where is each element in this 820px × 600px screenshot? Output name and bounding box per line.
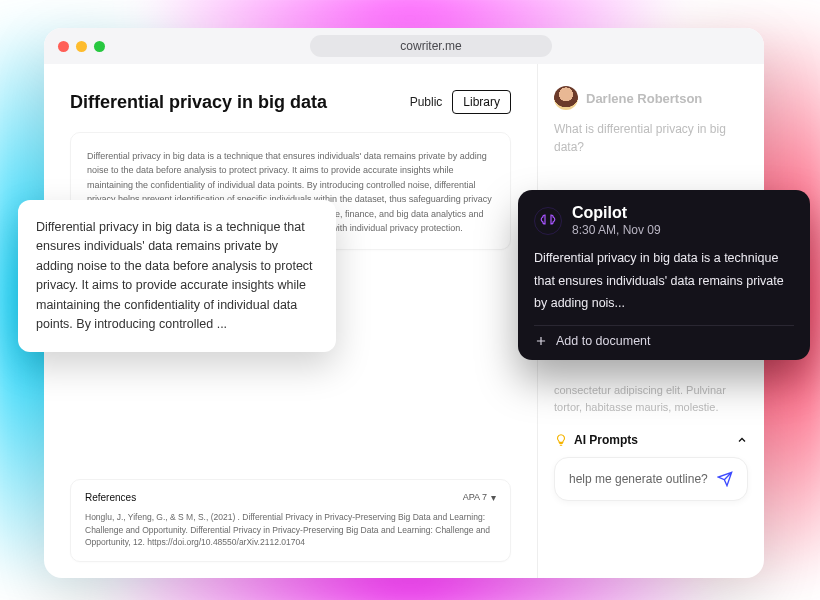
editor-header: Differential privacy in big data Public … xyxy=(70,90,511,114)
copilot-name: Copilot xyxy=(572,204,661,222)
copilot-header: Copilot 8:30 AM, Nov 09 xyxy=(534,204,794,237)
reference-style-label: APA 7 xyxy=(463,492,487,502)
user-message: What is differential privacy in big data… xyxy=(554,120,748,156)
plus-icon xyxy=(534,334,548,348)
ai-prompts-header[interactable]: AI Prompts xyxy=(554,433,748,447)
references-card: References APA 7 ▾ Honglu, J., Yifeng, G… xyxy=(70,479,511,562)
chevron-up-icon xyxy=(736,434,748,446)
send-icon[interactable] xyxy=(717,471,733,487)
avatar xyxy=(554,86,578,110)
reference-entry: Honglu, J., Yifeng, G., & S M, S., (2021… xyxy=(85,511,496,549)
brain-icon xyxy=(534,207,562,235)
traffic-light-close[interactable] xyxy=(58,41,69,52)
copilot-message: Differential privacy in big data is a te… xyxy=(534,247,794,315)
add-to-document-button[interactable]: Add to document xyxy=(534,325,794,348)
user-name: Darlene Robertson xyxy=(586,91,702,106)
references-title: References xyxy=(85,492,136,503)
url-text: cowriter.me xyxy=(400,39,461,53)
lightbulb-icon xyxy=(554,433,568,447)
prompt-input-box[interactable]: help me generate outline? xyxy=(554,457,748,501)
document-title: Differential privacy in big data xyxy=(70,92,327,113)
prompt-input[interactable]: help me generate outline? xyxy=(569,472,717,486)
chevron-down-icon: ▾ xyxy=(491,492,496,503)
user-message-header: Darlene Robertson xyxy=(554,86,748,110)
window-titlebar: cowriter.me xyxy=(44,28,764,64)
reference-style-select[interactable]: APA 7 ▾ xyxy=(463,492,496,503)
excerpt-popover: Differential privacy in big data is a te… xyxy=(18,200,336,352)
traffic-light-zoom[interactable] xyxy=(94,41,105,52)
references-header: References APA 7 ▾ xyxy=(85,492,496,503)
assistant-earlier-text: consectetur adipiscing elit. Pulvinar to… xyxy=(554,382,748,415)
copilot-card: Copilot 8:30 AM, Nov 09 Differential pri… xyxy=(518,190,810,360)
excerpt-text: Differential privacy in big data is a te… xyxy=(36,220,313,331)
ai-prompts-label: AI Prompts xyxy=(574,433,638,447)
copilot-timestamp: 8:30 AM, Nov 09 xyxy=(572,223,661,237)
traffic-light-minimize[interactable] xyxy=(76,41,87,52)
visibility-public[interactable]: Public xyxy=(410,95,443,109)
url-bar[interactable]: cowriter.me xyxy=(310,35,551,57)
add-to-document-label: Add to document xyxy=(556,334,651,348)
visibility-controls: Public Library xyxy=(410,90,511,114)
visibility-library-button[interactable]: Library xyxy=(452,90,511,114)
